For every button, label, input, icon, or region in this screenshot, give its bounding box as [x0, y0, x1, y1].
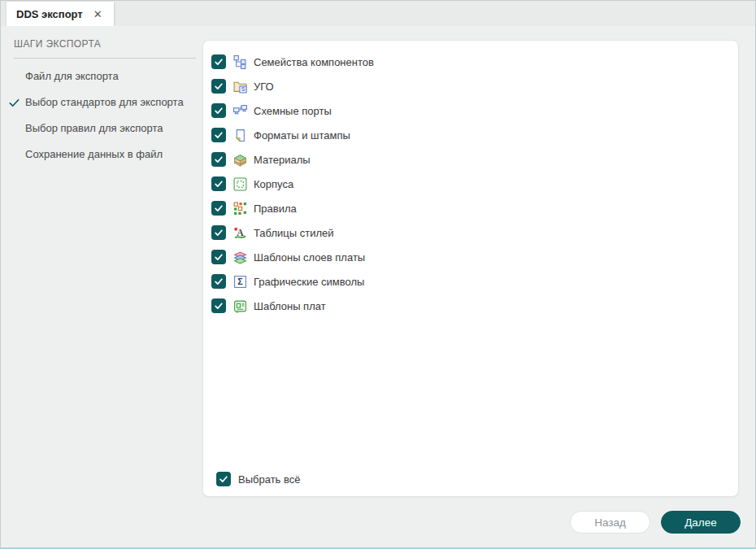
- graphic-symbols-icon: Σ: [233, 275, 247, 289]
- svg-text:S: S: [241, 86, 245, 92]
- dds-export-window: DDS экспорт ✕ ШАГИ ЭКСПОРТА Файл для экс…: [0, 0, 756, 549]
- item-checkbox[interactable]: [211, 225, 226, 240]
- export-item-row: Форматы и штампы: [203, 123, 738, 147]
- export-item-row: Правила: [203, 196, 738, 220]
- item-label: Графические символы: [254, 276, 364, 288]
- sidebar-step[interactable]: Выбор правил для экспорта: [1, 122, 202, 135]
- ugo-folder-icon: S: [233, 80, 247, 94]
- item-label: Семейства компонентов: [254, 56, 374, 68]
- step-label: Выбор правил для экспорта: [25, 122, 163, 134]
- sidebar-step[interactable]: Файл для экспорта: [1, 70, 202, 83]
- formats-stamps-icon: [233, 129, 247, 142]
- close-icon[interactable]: ✕: [92, 8, 104, 20]
- packages-icon: [233, 177, 247, 191]
- materials-icon: [233, 153, 247, 167]
- svg-text:Σ: Σ: [237, 277, 243, 286]
- sidebar-header: ШАГИ ЭКСПОРТА: [14, 38, 101, 50]
- board-layers-icon: [233, 251, 247, 264]
- item-label: Корпуса: [254, 178, 293, 190]
- item-checkbox[interactable]: [211, 298, 226, 313]
- item-label: Шаблоны слоев платы: [254, 251, 365, 264]
- export-item-row: ΣГрафические символы: [203, 269, 738, 294]
- tab-dds-export[interactable]: DDS экспорт ✕: [7, 2, 114, 26]
- rules-icon: [233, 202, 247, 216]
- item-checkbox[interactable]: [211, 176, 226, 191]
- export-item-row: Шаблоны плат: [203, 294, 738, 318]
- sidebar-step[interactable]: Сохранение данных в файл: [1, 148, 202, 161]
- component-families-icon: [233, 55, 247, 69]
- export-items-list: Семейства компонентовSУГОСхемные портыФо…: [203, 50, 738, 318]
- step-check-icon: [8, 97, 20, 109]
- main-area: ШАГИ ЭКСПОРТА Файл для экспортаВыбор ста…: [1, 26, 755, 547]
- tab-bar: DDS экспорт ✕: [1, 1, 755, 26]
- schematic-ports-icon: [233, 104, 247, 118]
- item-checkbox[interactable]: [211, 103, 226, 118]
- sidebar-step[interactable]: Выбор стандартов для экспорта: [1, 96, 202, 109]
- board-templates-icon: [233, 299, 247, 313]
- step-label: Выбор стандартов для экспорта: [25, 96, 184, 108]
- item-label: Форматы и штампы: [254, 129, 350, 142]
- item-checkbox[interactable]: [211, 201, 226, 216]
- item-label: Материалы: [254, 154, 311, 166]
- item-label: Схемные порты: [254, 105, 332, 117]
- export-item-row: Материалы: [203, 147, 738, 172]
- step-label: Сохранение данных в файл: [25, 148, 163, 160]
- select-all-checkbox[interactable]: [216, 472, 231, 486]
- item-checkbox[interactable]: [211, 152, 226, 167]
- item-label: УГО: [254, 81, 274, 93]
- select-all-label: Выбрать всё: [238, 473, 300, 486]
- back-button[interactable]: Назад: [570, 511, 650, 534]
- export-item-row: SУГО: [203, 74, 738, 98]
- export-item-row: Схемные порты: [203, 98, 738, 123]
- export-item-row: Семейства компонентов: [203, 50, 738, 74]
- next-button[interactable]: Далее: [661, 511, 741, 534]
- select-all-row[interactable]: Выбрать всё: [216, 467, 300, 491]
- tab-title: DDS экспорт: [16, 8, 83, 20]
- item-checkbox[interactable]: [211, 79, 226, 94]
- export-item-row: AТаблицы стилей: [203, 220, 738, 245]
- export-steps-list: Файл для экспортаВыбор стандартов для эк…: [1, 70, 202, 174]
- item-label: Правила: [254, 203, 297, 215]
- export-item-row: Корпуса: [203, 172, 738, 196]
- standards-selection-panel: Семейства компонентовSУГОСхемные портыФо…: [202, 40, 739, 497]
- export-item-row: Шаблоны слоев платы: [203, 245, 738, 269]
- item-label: Шаблоны плат: [254, 300, 326, 312]
- item-checkbox[interactable]: [211, 54, 226, 69]
- item-checkbox[interactable]: [211, 250, 226, 264]
- item-label: Таблицы стилей: [254, 227, 334, 239]
- sidebar-divider: [14, 58, 196, 59]
- item-checkbox[interactable]: [211, 128, 226, 142]
- item-checkbox[interactable]: [211, 274, 226, 289]
- step-label: Файл для экспорта: [25, 70, 119, 82]
- style-tables-icon: A: [233, 226, 247, 240]
